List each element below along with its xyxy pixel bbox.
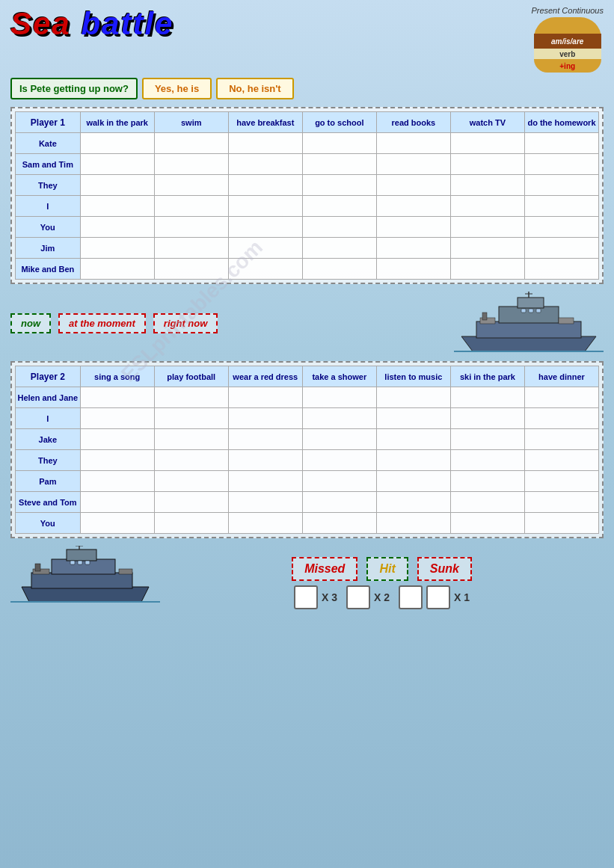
cell[interactable] (228, 133, 302, 154)
cell[interactable] (80, 450, 154, 471)
cell[interactable] (154, 259, 228, 280)
sunk-input2[interactable] (426, 585, 450, 609)
cell[interactable] (302, 175, 376, 196)
cell[interactable] (376, 492, 450, 513)
cell[interactable] (302, 238, 376, 259)
cell[interactable] (154, 238, 228, 259)
cell[interactable] (302, 217, 376, 238)
cell[interactable] (228, 175, 302, 196)
cell[interactable] (154, 154, 228, 175)
cell[interactable] (302, 429, 376, 450)
cell[interactable] (228, 450, 302, 471)
cell[interactable] (228, 387, 302, 408)
cell[interactable] (154, 513, 228, 534)
cell[interactable] (154, 492, 228, 513)
cell[interactable] (524, 154, 598, 175)
cell[interactable] (524, 217, 598, 238)
missed-input[interactable] (294, 585, 318, 609)
cell[interactable] (80, 429, 154, 450)
cell[interactable] (228, 196, 302, 217)
cell[interactable] (376, 196, 450, 217)
cell[interactable] (524, 133, 598, 154)
cell[interactable] (154, 471, 228, 492)
cell[interactable] (450, 471, 524, 492)
cell[interactable] (376, 175, 450, 196)
cell[interactable] (154, 450, 228, 471)
cell[interactable] (524, 450, 598, 471)
cell[interactable] (302, 154, 376, 175)
cell[interactable] (376, 513, 450, 534)
cell[interactable] (524, 408, 598, 429)
cell[interactable] (302, 408, 376, 429)
cell[interactable] (450, 238, 524, 259)
cell[interactable] (376, 217, 450, 238)
cell[interactable] (376, 133, 450, 154)
cell[interactable] (80, 259, 154, 280)
cell[interactable] (376, 259, 450, 280)
cell[interactable] (524, 492, 598, 513)
cell[interactable] (302, 133, 376, 154)
cell[interactable] (524, 429, 598, 450)
cell[interactable] (154, 196, 228, 217)
cell[interactable] (450, 175, 524, 196)
cell[interactable] (376, 450, 450, 471)
cell[interactable] (524, 259, 598, 280)
cell[interactable] (450, 408, 524, 429)
cell[interactable] (302, 513, 376, 534)
cell[interactable] (228, 408, 302, 429)
cell[interactable] (376, 408, 450, 429)
cell[interactable] (524, 387, 598, 408)
cell[interactable] (450, 513, 524, 534)
cell[interactable] (80, 471, 154, 492)
cell[interactable] (302, 450, 376, 471)
cell[interactable] (376, 154, 450, 175)
cell[interactable] (228, 429, 302, 450)
cell[interactable] (154, 133, 228, 154)
cell[interactable] (524, 196, 598, 217)
cell[interactable] (228, 217, 302, 238)
cell[interactable] (302, 387, 376, 408)
cell[interactable] (80, 217, 154, 238)
sunk-input1[interactable] (399, 585, 423, 609)
cell[interactable] (450, 133, 524, 154)
cell[interactable] (302, 196, 376, 217)
cell[interactable] (228, 259, 302, 280)
cell[interactable] (228, 513, 302, 534)
cell[interactable] (80, 196, 154, 217)
cell[interactable] (524, 513, 598, 534)
cell[interactable] (450, 196, 524, 217)
cell[interactable] (376, 471, 450, 492)
cell[interactable] (228, 154, 302, 175)
cell[interactable] (80, 238, 154, 259)
cell[interactable] (154, 217, 228, 238)
cell[interactable] (80, 154, 154, 175)
cell[interactable] (376, 429, 450, 450)
cell[interactable] (376, 387, 450, 408)
cell[interactable] (154, 387, 228, 408)
cell[interactable] (80, 513, 154, 534)
cell[interactable] (450, 154, 524, 175)
cell[interactable] (302, 471, 376, 492)
cell[interactable] (524, 175, 598, 196)
cell[interactable] (450, 450, 524, 471)
cell[interactable] (450, 429, 524, 450)
cell[interactable] (376, 238, 450, 259)
cell[interactable] (80, 387, 154, 408)
cell[interactable] (80, 492, 154, 513)
cell[interactable] (450, 217, 524, 238)
cell[interactable] (524, 471, 598, 492)
cell[interactable] (80, 408, 154, 429)
cell[interactable] (450, 259, 524, 280)
cell[interactable] (228, 238, 302, 259)
cell[interactable] (450, 492, 524, 513)
cell[interactable] (80, 133, 154, 154)
cell[interactable] (228, 471, 302, 492)
cell[interactable] (450, 387, 524, 408)
cell[interactable] (228, 492, 302, 513)
cell[interactable] (524, 238, 598, 259)
cell[interactable] (154, 175, 228, 196)
hit-input[interactable] (346, 585, 370, 609)
cell[interactable] (80, 175, 154, 196)
cell[interactable] (154, 429, 228, 450)
cell[interactable] (302, 259, 376, 280)
